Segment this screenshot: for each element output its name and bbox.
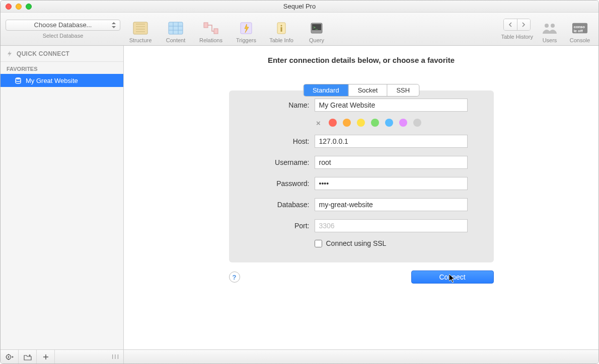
password-field[interactable]	[315, 177, 468, 190]
database-icon	[15, 77, 22, 84]
svg-point-21	[551, 24, 555, 28]
toolbar: Choose Database... Select Database Struc…	[1, 13, 598, 46]
svg-point-29	[8, 356, 9, 357]
svg-text:le off: le off	[574, 29, 583, 33]
password-label: Password:	[244, 179, 310, 188]
panel-footer: ? Connect	[229, 270, 494, 284]
relations-label: Relations	[199, 37, 222, 43]
username-field[interactable]	[315, 156, 468, 169]
table-history-wrap: Table History	[501, 19, 533, 40]
users-icon	[542, 20, 558, 36]
svg-rect-10	[204, 23, 208, 28]
instruction-text: Enter connection details below, or choos…	[268, 56, 455, 64]
svg-marker-25	[8, 51, 12, 57]
help-button[interactable]: ?	[229, 271, 240, 283]
folder-plus-icon	[24, 353, 32, 360]
svg-point-26	[16, 77, 21, 79]
username-label: Username:	[244, 158, 310, 166]
console-icon: console off	[572, 20, 588, 36]
tab-socket[interactable]: Socket	[349, 84, 388, 96]
name-field[interactable]	[315, 99, 468, 112]
triggers-button[interactable]: Triggers	[231, 15, 261, 43]
ssl-checkbox[interactable]	[315, 240, 322, 247]
connect-button-label: Connect	[439, 273, 465, 281]
quick-connect-header[interactable]: QUICK CONNECT	[1, 46, 123, 62]
content: QUICK CONNECT FAVORITES My Great Website…	[1, 46, 598, 349]
query-label: Query	[309, 37, 324, 43]
color-tag-none[interactable]: ×	[315, 119, 323, 127]
favorites-header: FAVORITES	[1, 62, 123, 74]
window-title: Sequel Pro	[1, 3, 598, 10]
plus-icon	[43, 354, 49, 360]
relations-button[interactable]: Relations	[196, 15, 226, 43]
add-button[interactable]	[37, 350, 55, 363]
sidebar-resize-grip[interactable]: III	[108, 350, 123, 363]
gear-icon	[6, 353, 14, 360]
query-button[interactable]: >_ Query	[302, 15, 332, 43]
main: Enter connection details below, or choos…	[124, 46, 598, 349]
add-folder-button[interactable]	[19, 350, 37, 363]
sidebar-fill	[1, 87, 123, 349]
connection-panel: Standard Socket SSH Name: ×	[229, 90, 494, 262]
host-field[interactable]	[315, 135, 468, 148]
titlebar: Sequel Pro	[1, 1, 598, 13]
svg-marker-34	[12, 356, 14, 358]
tab-ssh[interactable]: SSH	[387, 84, 419, 96]
svg-rect-16	[281, 27, 282, 32]
bottombar: III	[1, 349, 598, 363]
tableinfo-label: Table Info	[269, 37, 293, 43]
host-label: Host:	[244, 137, 310, 145]
svg-text:>_: >_	[313, 25, 318, 30]
gear-menu-button[interactable]	[1, 350, 19, 363]
users-button[interactable]: Users	[538, 15, 561, 43]
database-label: Database:	[244, 201, 310, 209]
table-history-nav	[503, 19, 531, 31]
color-tag-blue[interactable]	[385, 119, 393, 127]
color-tag-green[interactable]	[371, 119, 379, 127]
favorite-item-label: My Great Website	[26, 77, 78, 84]
connection-tabs: Standard Socket SSH	[303, 84, 419, 97]
query-icon: >_	[309, 20, 325, 36]
sidebar: QUICK CONNECT FAVORITES My Great Website	[1, 46, 124, 349]
svg-point-15	[281, 25, 282, 26]
console-label: Console	[570, 37, 590, 43]
structure-button[interactable]: Structure	[125, 15, 156, 43]
triggers-icon	[238, 20, 254, 36]
name-label: Name:	[244, 101, 310, 109]
triggers-label: Triggers	[236, 37, 256, 43]
svg-rect-5	[169, 22, 183, 34]
bottombar-left: III	[1, 350, 124, 363]
color-tag-yellow[interactable]	[357, 119, 365, 127]
tab-standard[interactable]: Standard	[304, 84, 349, 96]
color-tag-purple[interactable]	[399, 119, 407, 127]
history-back-button[interactable]	[504, 19, 517, 30]
database-select-text: Choose Database...	[34, 21, 92, 29]
table-history-label: Table History	[501, 34, 533, 40]
connect-button[interactable]: Connect	[411, 270, 494, 284]
app-window: Sequel Pro Choose Database... Select Dat…	[0, 0, 599, 364]
database-select[interactable]: Choose Database...	[6, 20, 120, 31]
structure-label: Structure	[129, 37, 152, 43]
users-label: Users	[543, 37, 557, 43]
port-field[interactable]	[315, 219, 468, 232]
port-label: Port:	[244, 222, 310, 230]
content-label: Content	[166, 37, 186, 43]
console-button[interactable]: console off Console	[566, 15, 593, 43]
color-tag-grey[interactable]	[413, 119, 421, 127]
color-tag-orange[interactable]	[343, 119, 351, 127]
database-select-label: Select Database	[43, 33, 84, 39]
history-forward-button[interactable]	[517, 19, 531, 30]
svg-point-20	[545, 24, 549, 28]
color-tag-red[interactable]	[329, 119, 337, 127]
svg-rect-11	[214, 29, 218, 34]
content-icon	[168, 20, 184, 36]
database-select-wrap: Choose Database... Select Database	[6, 20, 120, 39]
tableinfo-button[interactable]: Table Info	[266, 15, 296, 43]
database-field[interactable]	[315, 198, 468, 211]
ssl-label: Connect using SSL	[326, 239, 387, 247]
quick-connect-label: QUICK CONNECT	[17, 50, 69, 57]
content-button[interactable]: Content	[161, 15, 191, 43]
lightning-icon	[7, 51, 13, 57]
favorite-item[interactable]: My Great Website	[1, 74, 123, 87]
color-tag-row: ×	[315, 119, 494, 127]
